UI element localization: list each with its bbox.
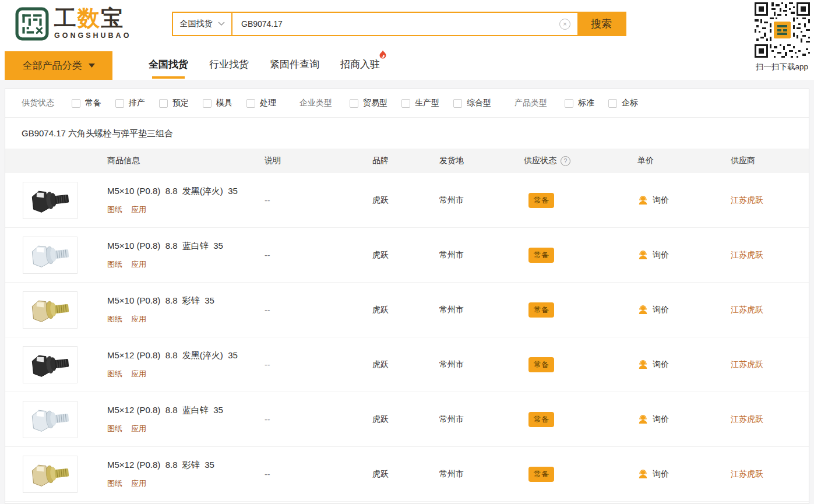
drawing-link[interactable]: 图纸 — [107, 205, 122, 215]
customer-service-icon — [637, 359, 649, 370]
filter-option[interactable]: 综合型 — [453, 98, 491, 108]
help-icon[interactable]: ? — [561, 156, 570, 166]
search-input[interactable] — [232, 13, 559, 35]
drawing-link[interactable]: 图纸 — [107, 424, 122, 434]
clear-search-icon[interactable]: × — [559, 19, 570, 30]
inquiry-button[interactable]: 询价 — [632, 249, 725, 260]
bolt-image — [25, 184, 75, 217]
application-link[interactable]: 应用 — [131, 205, 146, 215]
col-header-brand: 品牌 — [367, 156, 434, 166]
product-title[interactable]: M5×10 (P0.8) 8.8 彩锌 35 — [107, 295, 259, 306]
origin-cell: 常州市 — [434, 360, 518, 370]
product-title[interactable]: M5×12 (P0.8) 8.8 发黑(淬火) 35 — [107, 350, 259, 361]
application-link[interactable]: 应用 — [131, 478, 146, 489]
application-link[interactable]: 应用 — [131, 424, 146, 434]
origin-cell: 常州市 — [434, 250, 518, 260]
brand-cell: 虎跃 — [367, 414, 434, 425]
checkbox[interactable] — [350, 99, 358, 108]
filter-option[interactable]: 企标 — [608, 98, 638, 108]
inquiry-button[interactable]: 询价 — [632, 468, 725, 480]
tab-industry-sourcing[interactable]: 行业找货 — [209, 58, 249, 79]
filter-option[interactable]: 标准 — [565, 98, 594, 108]
product-image[interactable] — [23, 237, 77, 274]
checkbox[interactable] — [608, 99, 617, 108]
product-title[interactable]: M5×10 (P0.8) 8.8 发黑(淬火) 35 — [107, 186, 259, 197]
content-area: 供货状态 常备 排产 预定 模具 处理 企业类型 贸易型 生产型 综合型 产品类… — [0, 80, 814, 504]
origin-cell: 常州市 — [434, 414, 518, 425]
filter-option[interactable]: 预定 — [159, 98, 189, 108]
filter-option[interactable]: 模具 — [203, 98, 232, 108]
product-image[interactable] — [23, 291, 77, 329]
description-cell: -- — [259, 251, 367, 260]
inquiry-button[interactable]: 询价 — [632, 304, 725, 315]
tab-merchant-join[interactable]: 招商入驻 — [340, 58, 380, 79]
checkbox[interactable] — [565, 99, 573, 108]
filter-option[interactable]: 生产型 — [401, 98, 439, 108]
drawing-link[interactable]: 图纸 — [107, 478, 122, 489]
inquiry-button[interactable]: 询价 — [632, 195, 725, 206]
page-header: 工数宝 GONGSHUBAO 全国找货 × 搜索 扫一扫下载app 全部产品分类 — [0, 0, 814, 80]
application-link[interactable]: 应用 — [131, 314, 146, 325]
status-badge: 常备 — [528, 302, 554, 318]
product-image[interactable] — [23, 456, 77, 493]
inquiry-button[interactable]: 询价 — [632, 414, 725, 425]
caret-down-icon — [89, 64, 95, 68]
active-tab-underline — [152, 76, 185, 79]
logo-icon — [15, 7, 49, 41]
search-button[interactable]: 搜索 — [577, 13, 625, 35]
qr-code-image — [755, 2, 810, 58]
search-bar: 全国找货 × 搜索 — [172, 12, 626, 36]
status-badge: 常备 — [528, 357, 554, 372]
checkbox[interactable] — [453, 99, 462, 108]
inquiry-button[interactable]: 询价 — [632, 359, 725, 370]
checkbox[interactable] — [159, 99, 168, 108]
application-link[interactable]: 应用 — [131, 369, 146, 379]
product-title[interactable]: M5×12 (P0.8) 8.8 蓝白锌 35 — [107, 405, 259, 416]
supplier-link[interactable]: 江苏虎跃 — [731, 360, 763, 369]
filter-option[interactable]: 排产 — [115, 98, 145, 108]
product-image[interactable] — [23, 182, 77, 219]
table-header: 商品信息 说明 品牌 发货地 供应状态 ? 单价 供应商 — [5, 149, 809, 173]
filter-option[interactable]: 处理 — [246, 98, 276, 108]
chevron-down-icon — [218, 22, 225, 26]
col-header-supply-status: 供应状态 ? — [518, 156, 632, 166]
filter-group-product-type: 产品类型 标准 企标 — [515, 98, 652, 108]
col-header-supplier: 供应商 — [725, 156, 809, 166]
checkbox[interactable] — [203, 99, 212, 108]
col-header-origin: 发货地 — [434, 156, 518, 166]
col-header-description: 说明 — [259, 156, 367, 166]
product-title[interactable]: M5×12 (P0.8) 8.8 彩锌 35 — [107, 460, 259, 471]
logo-title: 工数宝 — [54, 7, 131, 30]
drawing-link[interactable]: 图纸 — [107, 369, 122, 379]
supplier-link[interactable]: 江苏虎跃 — [731, 305, 763, 314]
supplier-link[interactable]: 江苏虎跃 — [731, 414, 763, 424]
status-badge: 常备 — [528, 193, 554, 208]
filter-option[interactable]: 常备 — [72, 98, 101, 108]
supplier-link[interactable]: 江苏虎跃 — [731, 250, 763, 259]
checkbox[interactable] — [72, 99, 80, 108]
checkbox[interactable] — [401, 99, 410, 108]
product-image[interactable] — [23, 401, 77, 438]
description-cell: -- — [259, 196, 367, 205]
filter-option[interactable]: 贸易型 — [350, 98, 387, 108]
drawing-link[interactable]: 图纸 — [107, 259, 122, 270]
table-row: M5×10 (P0.8) 8.8 蓝白锌 35 图纸应用 -- 虎跃 常州市 常… — [5, 228, 809, 283]
drawing-link[interactable]: 图纸 — [107, 314, 122, 325]
table-row: M5×12 (P0.8) 8.8 彩锌 35 图纸应用 -- 虎跃 常州市 常备… — [5, 447, 809, 502]
application-link[interactable]: 应用 — [131, 259, 146, 270]
product-image[interactable] — [23, 346, 77, 383]
site-logo[interactable]: 工数宝 GONGSHUBAO — [15, 7, 131, 41]
supplier-link[interactable]: 江苏虎跃 — [731, 195, 763, 205]
product-title[interactable]: M5×10 (P0.8) 8.8 蓝白锌 35 — [107, 241, 259, 252]
bolt-image — [25, 457, 75, 491]
search-scope-dropdown[interactable]: 全国找货 — [173, 13, 232, 35]
checkbox[interactable] — [246, 99, 255, 108]
status-badge: 常备 — [528, 248, 554, 263]
filter-bar: 供货状态 常备 排产 预定 模具 处理 企业类型 贸易型 生产型 综合型 产品类… — [5, 89, 809, 118]
checkbox[interactable] — [115, 99, 124, 108]
bolt-image — [25, 293, 75, 327]
tab-national-sourcing[interactable]: 全国找货 — [149, 58, 188, 79]
supplier-link[interactable]: 江苏虎跃 — [731, 469, 763, 478]
tab-fastener-query[interactable]: 紧固件查询 — [270, 58, 319, 79]
all-categories-button[interactable]: 全部产品分类 — [5, 51, 112, 80]
